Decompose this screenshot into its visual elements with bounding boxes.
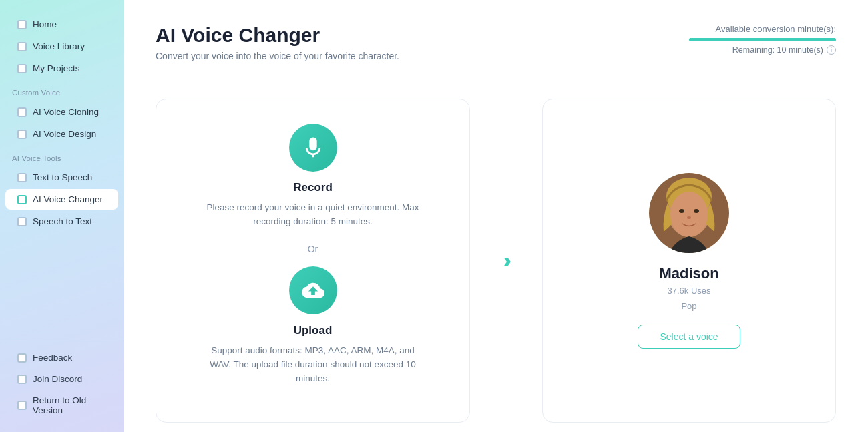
upload-icon-circle[interactable] bbox=[289, 266, 337, 314]
nav-dot bbox=[17, 130, 27, 139]
arrow-col: ›› bbox=[486, 99, 526, 423]
progress-bar-fill bbox=[689, 38, 836, 41]
page-subtitle: Convert your voice into the voice of you… bbox=[156, 51, 399, 61]
available-label: Available conversion minute(s): bbox=[689, 24, 836, 34]
upload-title: Upload bbox=[294, 324, 333, 337]
nav-dot bbox=[17, 217, 27, 226]
right-card: Madison 37.6k Uses Pop Select a voice bbox=[542, 99, 836, 423]
sidebar-bottom: Feedback Join Discord Return to Old Vers… bbox=[0, 341, 124, 421]
sidebar-item-speech-to-text[interactable]: Speech to Text bbox=[5, 211, 118, 232]
voice-name: Madison bbox=[659, 265, 718, 282]
sidebar-item-text-to-speech[interactable]: Text to Speech bbox=[5, 167, 118, 188]
nav-dot bbox=[17, 20, 27, 29]
sidebar-item-ai-voice-changer[interactable]: AI Voice Changer bbox=[5, 189, 118, 210]
svg-point-5 bbox=[694, 209, 699, 213]
sidebar-item-join-discord[interactable]: Join Discord bbox=[5, 369, 118, 389]
sidebar-item-home[interactable]: Home bbox=[5, 14, 118, 35]
sidebar: Home Voice Library My Projects Custom Vo… bbox=[0, 0, 124, 432]
page-title: AI Voice Changer bbox=[156, 24, 399, 47]
nav-dot bbox=[17, 173, 27, 182]
remaining-label: Remaining: 10 minute(s) i bbox=[689, 45, 836, 55]
left-card: Record Please record your voice in a qui… bbox=[156, 99, 470, 423]
nav-dot bbox=[17, 195, 27, 204]
cards-row: Record Please record your voice in a qui… bbox=[156, 99, 836, 423]
svg-point-4 bbox=[679, 209, 684, 213]
progress-bar bbox=[689, 38, 836, 41]
nav-dot bbox=[17, 42, 27, 51]
voice-avatar bbox=[649, 173, 729, 253]
header-right: Available conversion minute(s): Remainin… bbox=[689, 24, 836, 55]
record-description: Please record your voice in a quiet envi… bbox=[206, 201, 420, 229]
main-content: AI Voice Changer Convert your voice into… bbox=[124, 0, 868, 432]
sidebar-section-custom: Custom Voice bbox=[0, 79, 124, 101]
select-voice-button[interactable]: Select a voice bbox=[638, 325, 740, 349]
sidebar-item-return-old[interactable]: Return to Old Version bbox=[5, 390, 118, 421]
sidebar-item-ai-voice-cloning[interactable]: AI Voice Cloning bbox=[5, 101, 118, 122]
sidebar-item-my-projects[interactable]: My Projects bbox=[5, 58, 118, 79]
microphone-icon bbox=[302, 136, 324, 159]
arrow-icon: ›› bbox=[503, 249, 509, 272]
nav-dot bbox=[17, 64, 27, 73]
nav-dot bbox=[17, 375, 27, 384]
upload-description: Support audio formats: MP3, AAC, ARM, M4… bbox=[206, 344, 420, 386]
sidebar-item-voice-library[interactable]: Voice Library bbox=[5, 36, 118, 57]
voice-uses: 37.6k Uses bbox=[667, 286, 710, 296]
header-row: AI Voice Changer Convert your voice into… bbox=[156, 24, 836, 80]
upload-icon bbox=[302, 279, 324, 302]
nav-dot bbox=[17, 401, 27, 410]
info-icon[interactable]: i bbox=[827, 45, 836, 55]
sidebar-item-ai-voice-design[interactable]: AI Voice Design bbox=[5, 124, 118, 144]
header-left: AI Voice Changer Convert your voice into… bbox=[156, 24, 399, 80]
voice-genre: Pop bbox=[681, 301, 696, 311]
or-divider: Or bbox=[308, 244, 318, 254]
nav-dot bbox=[17, 353, 27, 363]
record-icon-circle[interactable] bbox=[289, 124, 337, 172]
svg-point-3 bbox=[670, 192, 708, 237]
record-title: Record bbox=[293, 181, 333, 194]
sidebar-item-feedback[interactable]: Feedback bbox=[5, 347, 118, 368]
voice-avatar-image bbox=[649, 173, 729, 253]
sidebar-section-tools: AI Voice Tools bbox=[0, 145, 124, 166]
nav-dot bbox=[17, 107, 27, 117]
svg-point-6 bbox=[687, 216, 691, 219]
